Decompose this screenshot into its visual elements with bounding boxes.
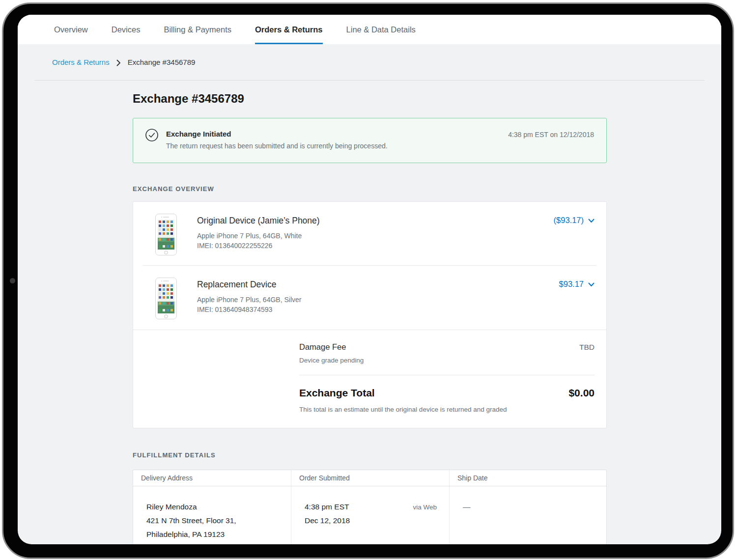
damage-fee-value: TBD <box>579 343 595 352</box>
column-header-order-submitted: Order Submitted <box>291 470 449 486</box>
fulfillment-table-header: Delivery Address Order Submitted Ship Da… <box>133 470 606 486</box>
tablet-frame: Overview Devices Billing & Payments Orde… <box>2 2 734 559</box>
tab-overview[interactable]: Overview <box>54 15 88 44</box>
exchange-summary: Damage Fee TBD Device grade pending Exch… <box>133 330 606 428</box>
chevron-down-icon <box>588 216 595 225</box>
fulfillment-table-row: Riley Mendoza 421 N 7th Street, Floor 31… <box>133 486 606 544</box>
status-banner-text: Exchange Initiated The return request ha… <box>166 129 508 163</box>
section-label-exchange-overview: EXCHANGE OVERVIEW <box>133 185 607 193</box>
replacement-device-amount: $93.17 <box>559 280 584 289</box>
submitted-time: 4:38 pm EST <box>305 500 349 514</box>
delivery-address-cell: Riley Mendoza 421 N 7th Street, Floor 31… <box>133 486 291 544</box>
status-title: Exchange Initiated <box>166 130 508 138</box>
replacement-device-info: Replacement Device Apple iPhone 7 Plus, … <box>197 278 301 314</box>
check-circle-icon <box>145 129 158 141</box>
address-street: 421 N 7th Street, Floor 31, <box>146 514 283 528</box>
screen: Overview Devices Billing & Payments Orde… <box>18 15 721 544</box>
breadcrumb-current: Exchange #3456789 <box>128 58 196 66</box>
replacement-device-phone-image-icon <box>155 278 177 321</box>
submitted-date: Dec 12, 2018 <box>305 514 441 528</box>
breadcrumb: Orders & Returns Exchange #3456789 <box>34 44 705 81</box>
exchange-overview-card: Original Device (Jamie’s Phone) Apple iP… <box>133 201 607 428</box>
damage-fee-block: Damage Fee TBD Device grade pending <box>299 330 595 375</box>
order-submitted-cell: 4:38 pm EST via Web Dec 12, 2018 <box>291 486 449 544</box>
column-header-delivery-address: Delivery Address <box>133 470 291 486</box>
address-city: Philadelphia, PA 19123 <box>146 528 283 541</box>
recipient-name: Riley Mendoza <box>146 500 283 514</box>
main-content: Exchange #3456789 Exchange Initiated The… <box>133 92 607 544</box>
original-device-row: Original Device (Jamie’s Phone) Apple iP… <box>133 202 606 265</box>
replacement-device-imei: IMEI: 013640948374593 <box>197 305 301 314</box>
damage-fee-label: Damage Fee <box>299 342 346 352</box>
breadcrumb-link-orders-returns[interactable]: Orders & Returns <box>52 58 110 66</box>
exchange-total-value: $0.00 <box>568 387 595 399</box>
replacement-device-row: Replacement Device Apple iPhone 7 Plus, … <box>133 266 606 330</box>
status-banner: Exchange Initiated The return request ha… <box>133 118 607 163</box>
page-title: Exchange #3456789 <box>133 92 607 105</box>
tab-orders-returns[interactable]: Orders & Returns <box>255 15 323 44</box>
section-label-fulfillment-details: FULFILLMENT DETAILS <box>133 451 607 459</box>
tab-bar: Overview Devices Billing & Payments Orde… <box>18 15 721 44</box>
exchange-total-note: This total is an estimate until the orig… <box>299 406 595 413</box>
exchange-total-label: Exchange Total <box>299 387 375 399</box>
breadcrumb-chevron-icon <box>116 58 121 66</box>
replacement-device-amount-toggle[interactable]: $93.17 <box>559 278 595 289</box>
replacement-device-title: Replacement Device <box>197 280 301 290</box>
exchange-total-block: Exchange Total $0.00 This total is an es… <box>299 375 595 413</box>
ship-date-value: — <box>463 500 598 514</box>
ship-date-cell: — <box>449 486 606 544</box>
replacement-device-model: Apple iPhone 7 Plus, 64GB, Silver <box>197 295 301 305</box>
status-timestamp: 4:38 pm EST on 12/12/2018 <box>508 129 594 163</box>
tab-devices[interactable]: Devices <box>112 15 141 44</box>
original-device-amount-toggle[interactable]: ($93.17) <box>554 214 595 225</box>
chevron-down-icon <box>588 280 595 289</box>
submitted-channel: via Web <box>413 504 437 511</box>
original-device-info: Original Device (Jamie’s Phone) Apple iP… <box>197 214 320 251</box>
original-device-title: Original Device (Jamie’s Phone) <box>197 216 320 226</box>
fulfillment-table: Delivery Address Order Submitted Ship Da… <box>133 470 607 544</box>
column-header-ship-date: Ship Date <box>449 470 606 486</box>
original-device-amount: ($93.17) <box>554 216 584 225</box>
tablet-camera <box>10 278 15 283</box>
status-description: The return request has been submitted an… <box>166 142 508 150</box>
original-device-model: Apple iPhone 7 Plus, 64GB, White <box>197 231 320 241</box>
damage-fee-note: Device grade pending <box>299 357 595 364</box>
page: Overview Devices Billing & Payments Orde… <box>0 0 737 560</box>
tab-billing-payments[interactable]: Billing & Payments <box>164 15 231 44</box>
original-device-imei: IMEI: 013640022255226 <box>197 241 320 251</box>
tab-line-data-details[interactable]: Line & Data Details <box>346 15 416 44</box>
original-device-phone-image-icon <box>155 214 177 257</box>
